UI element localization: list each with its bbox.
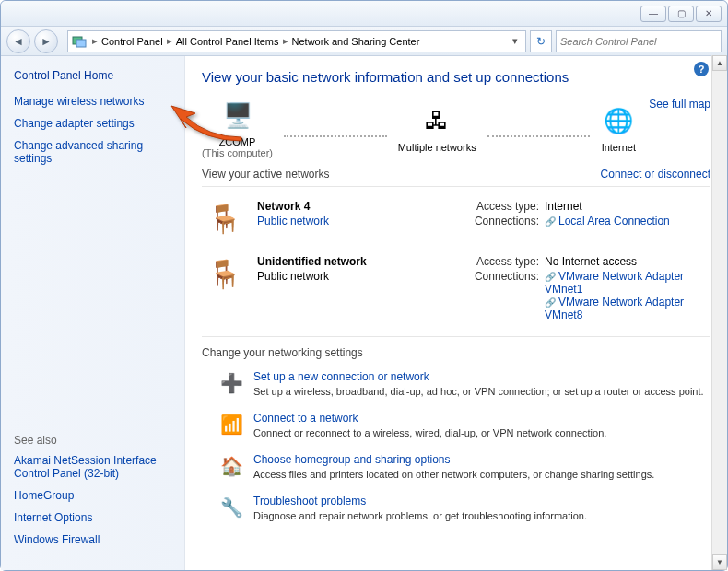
- network-name: Unidentified network: [257, 255, 367, 268]
- sidebar-change-advanced-sharing[interactable]: Change advanced sharing settings: [14, 139, 171, 165]
- task-link[interactable]: Set up a new connection or network: [253, 370, 704, 383]
- vertical-scrollbar[interactable]: ▲ ▼: [711, 55, 727, 570]
- connections-label: Connections:: [471, 215, 545, 227]
- globe-icon: 🌐: [601, 103, 636, 138]
- connection-link[interactable]: Local Area Connection: [545, 215, 670, 227]
- breadcrumb-seg[interactable]: Control Panel: [100, 36, 165, 47]
- connection-link[interactable]: VMware Network Adapter VMnet8: [545, 296, 684, 321]
- seealso-windows-firewall[interactable]: Windows Firewall: [14, 533, 171, 546]
- control-panel-home-link[interactable]: Control Panel Home: [14, 69, 171, 82]
- task-troubleshoot: 🔧 Troubleshoot problems Diagnose and rep…: [202, 489, 710, 530]
- change-settings-heading: Change your networking settings: [202, 346, 710, 359]
- map-node-multiple-networks: 🖧 Multiple networks: [398, 103, 476, 153]
- task-description: Access files and printers located on oth…: [253, 469, 654, 480]
- breadcrumb[interactable]: ▸ Control Panel ▸ All Control Panel Item…: [67, 30, 526, 52]
- active-networks-label: View your active networks: [202, 168, 330, 181]
- content-pane: ? View your basic network information an…: [185, 56, 727, 570]
- maximize-button[interactable]: ▢: [668, 6, 694, 22]
- search-box[interactable]: [556, 30, 722, 52]
- divider: [202, 186, 710, 187]
- svg-rect-1: [76, 40, 86, 47]
- bench-icon: 🪑: [202, 200, 246, 237]
- network-map: 🖥️ ZCOMP (This computer) 🖧 Multiple netw…: [202, 98, 710, 158]
- help-icon[interactable]: ?: [694, 62, 709, 76]
- control-panel-icon: [72, 34, 87, 49]
- map-node-this-computer: 🖥️ ZCOMP (This computer): [202, 98, 273, 158]
- network-type-link[interactable]: Public network: [257, 215, 329, 227]
- computer-icon: 🖥️: [220, 98, 255, 133]
- see-also-heading: See also: [14, 434, 171, 447]
- seealso-akamai[interactable]: Akamai NetSession Interface Control Pane…: [14, 454, 171, 480]
- breadcrumb-seg[interactable]: All Control Panel Items: [174, 36, 281, 47]
- breadcrumb-seg[interactable]: Network and Sharing Center: [290, 36, 422, 47]
- scroll-down-icon[interactable]: ▼: [712, 554, 727, 570]
- homegroup-icon: 🏠: [218, 453, 244, 479]
- access-type-value: No Internet access: [545, 255, 710, 268]
- refresh-button[interactable]: ↻: [530, 30, 552, 52]
- network-type: Public network: [257, 270, 367, 283]
- seealso-homegroup[interactable]: HomeGroup: [14, 489, 171, 502]
- see-full-map-link[interactable]: See full map: [649, 98, 710, 111]
- task-setup-connection: ➕ Set up a new connection or network Set…: [202, 365, 710, 406]
- network-entry: 🪑 Unidentified network Public network Ac…: [202, 246, 710, 332]
- network-name: Network 4: [257, 200, 329, 213]
- task-description: Connect or reconnect to a wireless, wire…: [253, 427, 606, 438]
- task-link[interactable]: Troubleshoot problems: [253, 495, 587, 507]
- network-entry: 🪑 Network 4 Public network Access type: …: [202, 191, 710, 246]
- breadcrumb-dropdown-icon[interactable]: ▾: [509, 35, 522, 47]
- divider: [202, 336, 710, 337]
- sidebar: Control Panel Home Manage wireless netwo…: [1, 56, 185, 570]
- task-link[interactable]: Connect to a network: [253, 412, 606, 425]
- sidebar-change-adapter[interactable]: Change adapter settings: [14, 117, 171, 130]
- see-also-section: See also Akamai NetSession Interface Con…: [14, 434, 171, 555]
- forward-button[interactable]: ►: [34, 29, 58, 53]
- search-input[interactable]: [560, 36, 717, 47]
- close-button[interactable]: ✕: [696, 6, 722, 22]
- access-type-value: Internet: [545, 200, 710, 213]
- titlebar: — ▢ ✕: [1, 1, 727, 27]
- troubleshoot-icon: 🔧: [218, 495, 244, 520]
- window: — ▢ ✕ ◄ ► ▸ Control Panel ▸ All Control …: [0, 0, 728, 571]
- scroll-up-icon[interactable]: ▲: [712, 55, 727, 71]
- seealso-internet-options[interactable]: Internet Options: [14, 511, 171, 524]
- access-type-label: Access type:: [471, 255, 545, 268]
- sidebar-manage-wireless[interactable]: Manage wireless networks: [14, 95, 171, 108]
- map-connector: [284, 135, 387, 137]
- connect-disconnect-link[interactable]: Connect or disconnect: [601, 168, 710, 181]
- task-connect-network: 📶 Connect to a network Connect or reconn…: [202, 406, 710, 448]
- task-description: Set up a wireless, broadband, dial-up, a…: [253, 386, 704, 397]
- minimize-button[interactable]: —: [640, 6, 666, 22]
- access-type-label: Access type:: [471, 200, 545, 213]
- map-connector: [487, 135, 591, 137]
- task-homegroup: 🏠 Choose homegroup and sharing options A…: [202, 448, 710, 489]
- page-heading: View your basic network information and …: [202, 69, 710, 85]
- back-button[interactable]: ◄: [6, 29, 30, 53]
- network-icon: 🖧: [419, 103, 454, 138]
- map-node-internet: 🌐 Internet: [601, 103, 636, 153]
- task-link[interactable]: Choose homegroup and sharing options: [253, 453, 654, 466]
- toolbar: ◄ ► ▸ Control Panel ▸ All Control Panel …: [1, 27, 727, 56]
- connect-network-icon: 📶: [218, 412, 244, 437]
- connection-link[interactable]: VMware Network Adapter VMnet1: [545, 270, 684, 296]
- connections-label: Connections:: [471, 270, 545, 321]
- setup-connection-icon: ➕: [218, 370, 244, 396]
- task-description: Diagnose and repair network problems, or…: [253, 510, 587, 521]
- bench-icon: 🪑: [202, 255, 246, 292]
